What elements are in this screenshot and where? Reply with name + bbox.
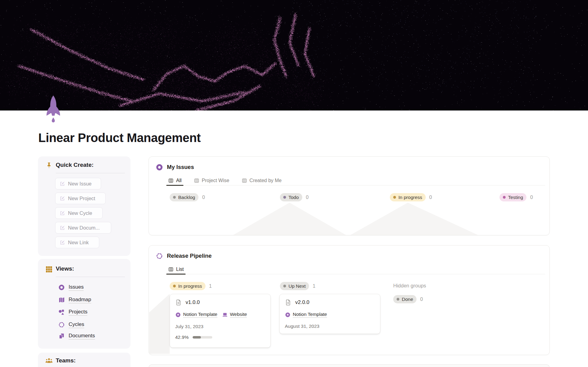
board-icon [168,267,174,272]
status-pill-testing[interactable]: Testing [499,193,526,201]
section-heading-teams: Teams: [56,357,76,364]
divider [56,173,125,173]
new-document-button[interactable]: New Docum... [55,222,111,234]
card-title: Release Pipeline [167,253,212,259]
button-label: New Link [68,240,89,245]
sidebar-item-cycles[interactable]: Cycles [58,321,84,329]
item-links-row: Notion Template Website [175,312,266,318]
new-issue-button[interactable]: New Issue [55,178,101,189]
section-heading-quick-create: Quick Create: [56,162,94,168]
release-item-card-v1[interactable]: v1.0.0 Notion Template Website July 31, … [170,294,271,348]
edit-icon [59,225,65,231]
pill-label: Done [402,297,413,302]
sidebar-item-projects[interactable]: Projects [58,308,87,316]
cover-image [0,0,588,110]
starfield-nebula-canvas [0,0,588,110]
item-date: August 31, 2023 [285,324,376,329]
column-count: 0 [420,297,423,302]
board-column-todo: Todo 0 [280,193,309,201]
link-label: Website [230,312,247,318]
board-column-testing: Testing 0 [499,193,533,201]
item-title: v1.0.0 [186,299,200,305]
edit-icon [59,240,65,245]
sidebar-item-documents[interactable]: Documents [58,332,95,340]
pill-label: In progress [178,283,202,289]
link-label: Notion Template [293,312,327,318]
column-count: 0 [530,195,533,200]
status-pill-backlog[interactable]: Backlog [170,193,198,201]
progress-label: 42.9% [175,335,189,340]
item-title-row: v1.0.0 [175,299,266,306]
link-label: Documents [69,333,95,339]
button-label: New Cycle [68,210,92,216]
item-links-row: Notion Template [285,312,376,318]
status-pill-in-progress[interactable]: In progress [390,193,426,201]
tab-bar: List [166,264,545,274]
page-icon [175,299,182,306]
pill-label: Backlog [178,195,195,200]
section-heading-views: Views: [56,265,74,272]
my-issues-card: My Issues All Project Wise Created by Me [149,156,550,235]
board-icon [168,178,174,183]
next-card-top-edge [149,364,550,367]
documents-icon [58,333,65,339]
pill-label: Todo [288,195,299,200]
projects-icon [58,309,65,316]
release-dashed-circle-icon [156,253,163,260]
people-icon [45,357,53,364]
release-item-card-v2[interactable]: v2.0.0 Notion Template August 31, 2023 [279,294,380,334]
link-label: Projects [69,309,87,316]
link-label: Cycles [69,321,84,328]
sidebar-item-issues[interactable]: Issues [58,283,84,291]
new-cycle-button[interactable]: New Cycle [55,207,103,219]
board-wedge-decoration [233,203,346,235]
tab-project-wise[interactable]: Project Wise [192,176,231,185]
tab-all[interactable]: All [166,176,183,185]
column-count: 0 [202,195,205,200]
status-dot [397,298,399,301]
column-count: 1 [313,283,315,289]
pushpin-icon [45,162,53,169]
link-website[interactable]: Website [222,312,247,318]
edit-icon [59,181,65,187]
page-icon [285,299,292,306]
divider [56,277,125,277]
status-pill-done[interactable]: Done [393,295,417,303]
column-count: 1 [209,283,212,289]
board-column-backlog: Backlog 0 [170,193,205,201]
link-notion-template[interactable]: Notion Template [175,312,217,318]
list-group-up-next: Up Next 1 [280,282,315,290]
tab-label: Project Wise [202,178,229,183]
board-wedge-decoration [149,294,170,354]
issues-donut-icon [156,164,163,171]
status-dot [393,196,396,199]
new-link-button[interactable]: New Link [55,237,99,248]
status-pill-in-progress[interactable]: In progress [170,282,205,290]
link-label: Issues [69,284,84,291]
tab-created-by-me[interactable]: Created by Me [240,176,284,185]
pill-label: In progress [398,195,422,200]
tab-list[interactable]: List [166,264,186,274]
status-pill-up-next[interactable]: Up Next [280,282,309,290]
link-label: Roadmap [69,297,91,303]
hidden-groups-toggle[interactable]: Hidden groups [393,283,426,289]
roadmap-icon [58,297,65,303]
board-column-in-progress: In progress 0 [390,193,432,201]
tab-bar: All Project Wise Created by Me [166,176,545,185]
status-dot [283,285,286,287]
issues-icon [58,284,65,291]
edit-icon [59,196,65,201]
quick-create-section: Quick Create: New Issue New Project New [38,156,130,256]
item-title: v2.0.0 [295,299,309,305]
button-label: New Project [68,196,95,201]
rocket-icon[interactable] [45,95,62,124]
link-notion-template[interactable]: Notion Template [285,312,327,318]
status-pill-todo[interactable]: Todo [280,193,302,201]
edit-icon [59,210,65,216]
sidebar-item-roadmap[interactable]: Roadmap [58,296,91,304]
item-progress-row: 42.9% [175,335,266,340]
page-title[interactable]: Linear Product Management [38,131,201,145]
button-label: New Docum... [68,225,100,231]
status-dot [173,196,176,199]
new-project-button[interactable]: New Project [55,193,106,204]
